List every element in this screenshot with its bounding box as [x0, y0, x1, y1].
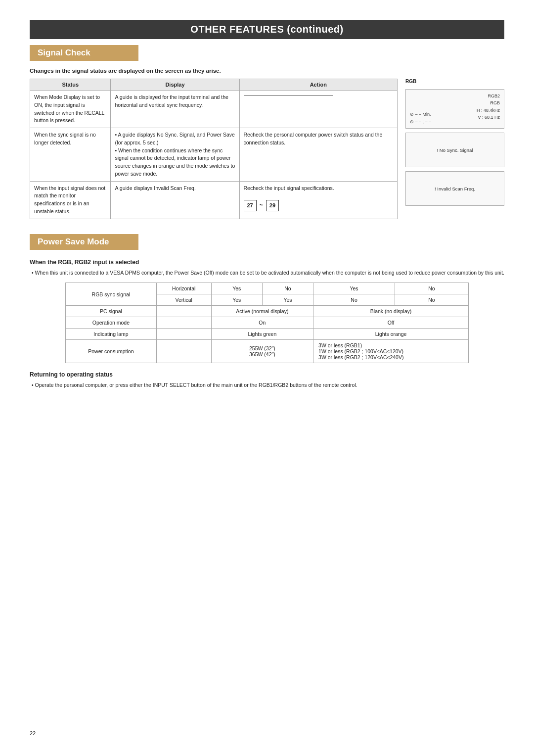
power-consumption-off: 3W or less (RGB1) 1W or less (RGB2 ; 100…: [313, 340, 469, 363]
returning-text: • Operate the personal computer, or pres…: [30, 381, 504, 389]
page-ref: 27 ~ 29: [244, 200, 279, 211]
row3-status: When the input signal does not match the…: [30, 181, 111, 219]
v-yes1: Yes: [211, 294, 262, 306]
signal-table-wrap: Status Display Action When Mode Display …: [30, 79, 398, 219]
rgb-panel-1: RGB2 RGB H : 48.4kHz V : 60.1 Hz ⊙ – – M…: [405, 89, 504, 129]
power-save-subsection-title: When the RGB, RGB2 input is selected: [30, 259, 504, 266]
h-no1: No: [262, 283, 313, 294]
col-header-display: Display: [111, 79, 239, 91]
horizontal-label: Horizontal: [156, 283, 211, 294]
table-row: When Mode Display is set to ON, the inpu…: [30, 91, 398, 128]
power-consumption-label: Power consumption: [66, 340, 157, 363]
row2-status: When the sync signal is no longer detect…: [30, 128, 111, 182]
table-row: When the sync signal is no longer detect…: [30, 128, 398, 182]
power-consumption-empty: [156, 340, 211, 363]
h-yes1: Yes: [211, 283, 262, 294]
operation-mode-off: Off: [313, 317, 469, 329]
h-no2: No: [395, 283, 468, 294]
rgb-panel-3: ! Invalid Scan Freq.: [405, 171, 504, 206]
row1-display: A guide is displayed for the input termi…: [111, 91, 239, 128]
signal-check-area: Status Display Action When Mode Display …: [30, 79, 504, 219]
power-save-table: RGB sync signal Horizontal Yes No Yes No…: [65, 283, 469, 363]
table-row: Indicating lamp Lights green Lights oran…: [66, 329, 469, 340]
pc-signal-blank: Blank (no display): [313, 306, 469, 317]
sync-signal-label: RGB sync signal: [66, 283, 157, 306]
indicating-lamp-label: Indicating lamp: [66, 329, 157, 340]
table-row: RGB sync signal Horizontal Yes No Yes No: [66, 283, 469, 294]
table-row: Power consumption 255W (32") 365W (42") …: [66, 340, 469, 363]
page-header: OTHER FEATURES (continued): [30, 20, 504, 39]
power-consumption-normal: 255W (32") 365W (42"): [211, 340, 313, 363]
v-no2: No: [395, 294, 468, 306]
pc-signal-empty: [156, 306, 211, 317]
signal-check-intro: Changes in the signal status are display…: [30, 68, 504, 74]
power-save-section: Power Save Mode When the RGB, RGB2 input…: [30, 234, 504, 390]
v-yes2: Yes: [262, 294, 313, 306]
h-yes2: Yes: [313, 283, 395, 294]
pc-signal-active: Active (normal display): [211, 306, 313, 317]
page-number: 22: [30, 730, 36, 736]
signal-check-header: Signal Check: [30, 45, 138, 61]
col-header-status: Status: [30, 79, 111, 91]
col-header-action: Action: [239, 79, 398, 91]
power-save-header: Power Save Mode: [30, 234, 138, 250]
power-save-bullet1: • When this unit is connected to a VESA …: [30, 269, 504, 277]
v-no1: No: [313, 294, 395, 306]
row1-status: When Mode Display is set to ON, the inpu…: [30, 91, 111, 128]
row3-action: Recheck the input signal specifications.…: [239, 181, 398, 219]
pc-signal-label: PC signal: [66, 306, 157, 317]
signal-check-table: Status Display Action When Mode Display …: [30, 79, 398, 219]
operation-mode-empty: [156, 317, 211, 329]
rgb-panel1-title: RGB2 RGB H : 48.4kHz V : 60.1 Hz: [477, 93, 500, 121]
table-row: Operation mode On Off: [66, 317, 469, 329]
rgb-panel2-center: ! No Sync. Signal: [410, 136, 500, 164]
table-row: When the input signal does not match the…: [30, 181, 398, 219]
indicating-lamp-empty: [156, 329, 211, 340]
row1-action: [239, 91, 398, 128]
rgb-panel1-bottom: ⊙ – – Min. ⊙ – – ; – –: [410, 111, 431, 125]
row3-display: A guide displays Invalid Scan Freq.: [111, 181, 239, 219]
row2-action: Recheck the personal computer power swit…: [239, 128, 398, 182]
indicating-lamp-green: Lights green: [211, 329, 313, 340]
rgb-panel3-center: ! Invalid Scan Freq.: [410, 175, 500, 202]
operation-mode-label: Operation mode: [66, 317, 157, 329]
indicating-lamp-orange: Lights orange: [313, 329, 469, 340]
row2-display: • A guide displays No Sync. Signal, and …: [111, 128, 239, 182]
rgb-label: RGB: [405, 79, 504, 84]
table-row: PC signal Active (normal display) Blank …: [66, 306, 469, 317]
signal-check-section: Signal Check Changes in the signal statu…: [30, 45, 504, 219]
vertical-label: Vertical: [156, 294, 211, 306]
rgb-panel-2: ! No Sync. Signal: [405, 133, 504, 167]
operation-mode-on: On: [211, 317, 313, 329]
rgb-panels: RGB RGB2 RGB H : 48.4kHz V : 60.1 Hz ⊙ –…: [405, 79, 504, 219]
returning-title: Returning to operating status: [30, 371, 504, 378]
